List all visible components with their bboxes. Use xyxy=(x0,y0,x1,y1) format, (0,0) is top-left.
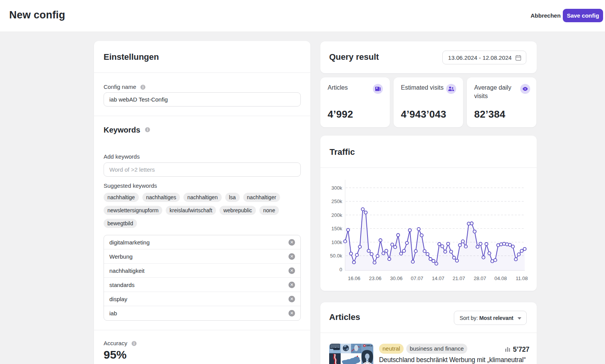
svg-text:21.07: 21.07 xyxy=(453,275,465,281)
svg-text:16.06: 16.06 xyxy=(348,275,361,281)
svg-text:14.07: 14.07 xyxy=(432,275,445,281)
svg-text:100k: 100k xyxy=(331,239,343,245)
svg-text:50.0k: 50.0k xyxy=(330,253,342,259)
svg-text:23.06: 23.06 xyxy=(369,275,382,281)
svg-text:30.06: 30.06 xyxy=(390,275,403,281)
svg-text:300k: 300k xyxy=(331,185,343,191)
svg-text:250k: 250k xyxy=(331,198,343,204)
svg-text:200k: 200k xyxy=(331,212,343,218)
svg-text:11.08: 11.08 xyxy=(516,275,528,281)
svg-text:0: 0 xyxy=(340,267,342,272)
svg-text:150k: 150k xyxy=(331,226,343,231)
svg-text:04.08: 04.08 xyxy=(495,275,507,281)
svg-text:28.07: 28.07 xyxy=(474,275,486,281)
svg-text:07.07: 07.07 xyxy=(411,275,424,281)
svg-text:ORF.at: ORF.at xyxy=(366,344,373,347)
